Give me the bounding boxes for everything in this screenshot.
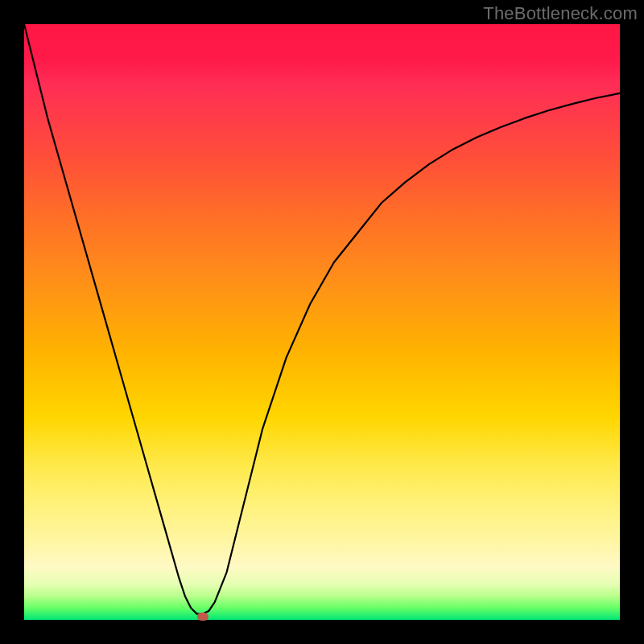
curve-svg: [24, 24, 620, 620]
bottleneck-curve: [24, 24, 620, 614]
plot-area: [24, 24, 620, 620]
minimum-marker: [197, 613, 208, 621]
chart-container: TheBottleneck.com: [0, 0, 644, 644]
watermark-text: TheBottleneck.com: [483, 3, 638, 24]
